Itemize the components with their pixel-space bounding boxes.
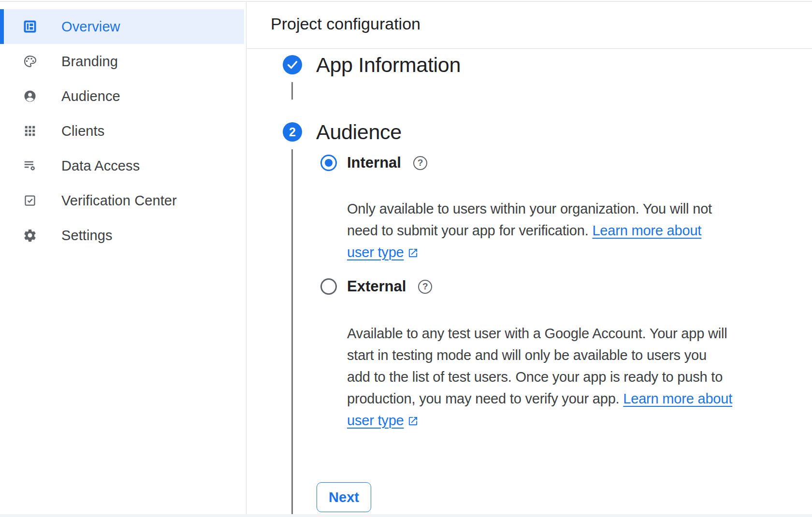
step1-completed-badge — [283, 55, 302, 74]
sidebar: Overview Branding — [0, 2, 246, 514]
apps-grid-icon — [23, 124, 37, 138]
step2-title: Audience — [316, 120, 402, 144]
external-radio[interactable] — [320, 278, 337, 295]
overview-grid-icon — [23, 19, 37, 34]
sidebar-item-settings[interactable]: Settings — [0, 218, 244, 253]
description-line: start in testing mode and will only be a… — [347, 345, 732, 366]
sidebar-item-label: Audience — [61, 88, 120, 104]
check-icon — [287, 60, 298, 69]
external-option-row: External ? — [320, 278, 432, 295]
sidebar-item-branding[interactable]: Branding — [0, 44, 244, 79]
account-circle-icon — [23, 89, 37, 103]
description-line: need to submit your app for verification… — [347, 220, 712, 242]
learn-more-link[interactable]: Learn more about — [592, 223, 701, 238]
step2-number-badge: 2 — [283, 122, 302, 142]
help-icon[interactable]: ? — [418, 280, 432, 294]
gear-icon — [23, 228, 37, 243]
palette-icon — [23, 54, 37, 69]
sidebar-item-label: Clients — [61, 123, 104, 139]
bottom-strip — [0, 514, 812, 517]
sidebar-item-verification-center[interactable]: Verification Center — [0, 183, 244, 218]
description-line: production, you may need to verify your … — [347, 388, 732, 410]
internal-radio-label[interactable]: Internal — [347, 154, 401, 172]
project-configuration-page: Overview Branding — [0, 0, 812, 517]
description-line: user type — [347, 410, 732, 431]
internal-option-row: Internal ? — [320, 154, 427, 172]
sidebar-item-label: Settings — [61, 228, 113, 244]
header-divider — [247, 48, 812, 49]
description-line: user type — [347, 242, 712, 263]
help-icon[interactable]: ? — [413, 156, 427, 170]
external-radio-label[interactable]: External — [347, 278, 406, 295]
external-link-icon[interactable] — [407, 411, 419, 433]
internal-radio[interactable] — [320, 155, 337, 171]
description-line: Available to any test user with a Google… — [347, 323, 732, 345]
stepper-connector — [291, 149, 293, 514]
description-line: add to the list of test users. Once your… — [347, 366, 732, 388]
sidebar-item-label: Verification Center — [61, 193, 177, 209]
sidebar-item-label: Overview — [61, 19, 120, 35]
internal-description: Only available to users within your orga… — [347, 198, 712, 263]
sidebar-item-label: Branding — [61, 54, 118, 70]
user-type-link[interactable]: user type — [347, 244, 404, 260]
list-gear-icon — [23, 158, 37, 173]
next-button[interactable]: Next — [317, 482, 371, 512]
external-description: Available to any test user with a Google… — [347, 323, 732, 431]
sidebar-item-audience[interactable]: Audience — [0, 79, 244, 114]
external-link-icon[interactable] — [407, 243, 419, 265]
page-title: Project configuration — [271, 13, 420, 34]
learn-more-link[interactable]: Learn more about — [623, 391, 732, 406]
sidebar-item-label: Data Access — [61, 158, 140, 174]
sidebar-item-data-access[interactable]: Data Access — [0, 148, 244, 183]
sidebar-item-overview[interactable]: Overview — [0, 9, 244, 44]
user-type-link[interactable]: user type — [347, 413, 404, 428]
stepper-connector — [291, 82, 293, 100]
step1-title: App Information — [316, 53, 461, 77]
description-line: Only available to users within your orga… — [347, 198, 712, 220]
checkbox-icon — [23, 193, 37, 208]
sidebar-item-clients[interactable]: Clients — [0, 114, 244, 148]
